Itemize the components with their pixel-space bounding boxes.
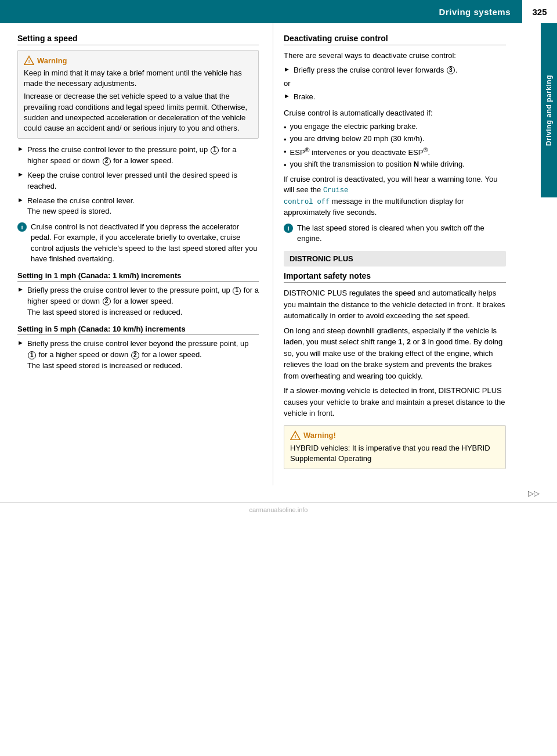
header-bar: Driving systems 325 <box>0 0 557 23</box>
bullet-text-5mph: Briefly press the cruise control lever b… <box>27 339 259 372</box>
auto-deactivate-intro: Cruise control is automatically deactiva… <box>284 107 506 119</box>
or-text: or <box>284 78 506 89</box>
circle-2-5mph: 2 <box>131 351 139 359</box>
header-title: Driving systems <box>439 7 511 17</box>
dot-text-3: ESP® intervenes or you deactivate ESP®. <box>290 146 430 157</box>
warning-text-hybrid: HYBRID vehicles: It is imperative that y… <box>290 443 500 464</box>
bullet-arrow-1mph: ► <box>17 286 24 293</box>
dot-1: • <box>284 123 287 132</box>
warning-lines-speed: Keep in mind that it may take a brief mo… <box>24 68 252 89</box>
if-deactivated-text: If cruise control is deactivated, you wi… <box>284 174 506 218</box>
side-tab: Driving and parking <box>541 23 557 197</box>
warning-body-speed: Increase or decrease the set vehicle spe… <box>24 91 252 134</box>
bullet-text-3: Release the cruise control lever.The new… <box>27 196 135 218</box>
warning-triangle-icon-2: ! <box>290 430 301 441</box>
page-number: 325 <box>522 0 557 23</box>
bullet-text-1mph: Briefly press the cruise control lever t… <box>27 285 259 318</box>
bullet-1mph: ► Briefly press the cruise control lever… <box>17 285 259 318</box>
dot-below-20mph: • you are driving below 20 mph (30 km/h)… <box>284 134 506 144</box>
dot-esp: • ESP® intervenes or you deactivate ESP®… <box>284 146 506 157</box>
setting-1mph-heading: Setting in 1 mph (Canada: 1 km/h) increm… <box>17 271 259 282</box>
right-column: Deactivating cruise control There are se… <box>273 23 541 485</box>
footer-arrows: ▷▷ <box>528 489 540 498</box>
dot-2: • <box>284 135 287 144</box>
info-icon-deactivate: i <box>284 224 293 233</box>
cruise-code-1: Cruisecontrol off <box>284 186 348 206</box>
dot-transmission: • you shift the transmission to position… <box>284 160 506 170</box>
side-tab-label: Driving and parking <box>545 75 553 146</box>
svg-text:!: ! <box>295 434 296 439</box>
bullet-arrow-3: ► <box>17 196 24 203</box>
warning-box-hybrid: ! Warning! HYBRID vehicles: It is impera… <box>284 425 506 469</box>
svg-text:!: ! <box>28 59 30 64</box>
warning-label-speed: Warning <box>37 56 67 65</box>
warning-box-speed: ! Warning Keep in mind that it may take … <box>17 50 259 139</box>
bullet-brake: ► Brake. <box>284 92 506 103</box>
info-text-cruise: Cruise control is not deactivated if you… <box>31 222 259 264</box>
warning-label-hybrid: Warning! <box>303 431 336 440</box>
shift-1: 1 <box>398 337 402 346</box>
left-column: Setting a speed ! Warning Keep in mind t… <box>0 23 273 485</box>
circle-1: 1 <box>211 146 219 154</box>
bullet-keep-lever: ► Keep the cruise control lever pressed … <box>17 170 259 192</box>
warning-title-speed: ! Warning <box>24 55 252 66</box>
dot-text-1: you engage the electric parking brake. <box>290 122 418 131</box>
bullet-release-lever: ► Release the cruise control lever.The n… <box>17 196 259 218</box>
dot-text-4: you shift the transmission to position N… <box>290 160 465 168</box>
bullet-press-forward: ► Briefly press the cruise control lever… <box>284 65 506 76</box>
dot-4: • <box>284 161 287 170</box>
safety-notes-heading: Important safety notes <box>284 271 506 283</box>
dot-text-2: you are driving below 20 mph (30 km/h). <box>290 134 425 143</box>
bullet-arrow-5mph: ► <box>17 339 24 346</box>
bullet-text-fwd: Briefly press the cruise control lever f… <box>294 65 458 76</box>
setting-5mph-heading: Setting in 5 mph (Canada: 10 km/h) incre… <box>17 325 259 335</box>
bullet-text-2: Keep the cruise control lever pressed un… <box>27 170 259 192</box>
shift-3: 3 <box>422 337 426 346</box>
deactivating-heading: Deactivating cruise control <box>284 34 506 45</box>
bullet-arrow-2: ► <box>17 171 24 178</box>
footer: ▷▷ <box>0 489 557 498</box>
bullet-arrow-brake: ► <box>284 92 290 99</box>
circle-1-1mph: 1 <box>233 287 241 295</box>
bullet-text-brake: Brake. <box>294 92 316 103</box>
circle-3: 3 <box>447 66 455 74</box>
content-wrapper: Setting a speed ! Warning Keep in mind t… <box>0 23 557 485</box>
bullet-press-lever: ► Press the cruise control lever to the … <box>17 145 259 167</box>
distronic-box: DISTRONIC PLUS <box>284 251 506 267</box>
circle-1-5mph: 1 <box>28 351 36 359</box>
dot-parking-brake: • you engage the electric parking brake. <box>284 122 506 132</box>
bullet-arrow-1: ► <box>17 145 24 152</box>
deactivate-intro: There are several ways to deactivate cru… <box>284 50 506 62</box>
warning-title-hybrid: ! Warning! <box>290 430 500 441</box>
bullet-arrow-fwd: ► <box>284 66 290 73</box>
warning-triangle-icon: ! <box>24 55 34 66</box>
distronic-para2: On long and steep downhill gradients, es… <box>284 325 506 382</box>
info-icon-cruise: i <box>17 222 27 232</box>
circle-2-1mph: 2 <box>103 297 111 305</box>
shift-2: 2 <box>407 337 411 346</box>
circle-2: 2 <box>103 157 111 165</box>
dot-3: • <box>284 147 287 156</box>
info-text-deactivate: The last speed stored is cleared when yo… <box>297 223 506 244</box>
info-box-deactivate: i The last speed stored is cleared when … <box>284 223 506 244</box>
watermark: carmanualsoline.info <box>0 502 557 516</box>
distronic-para1: DISTRONIC PLUS regulates the speed and a… <box>284 287 506 322</box>
bullet-5mph: ► Briefly press the cruise control lever… <box>17 339 259 372</box>
distronic-para3: If a slower-moving vehicle is detected i… <box>284 385 506 419</box>
setting-speed-heading: Setting a speed <box>17 34 259 45</box>
bullet-text-1: Press the cruise control lever to the pr… <box>27 145 259 167</box>
info-box-cruise: i Cruise control is not deactivated if y… <box>17 222 259 264</box>
